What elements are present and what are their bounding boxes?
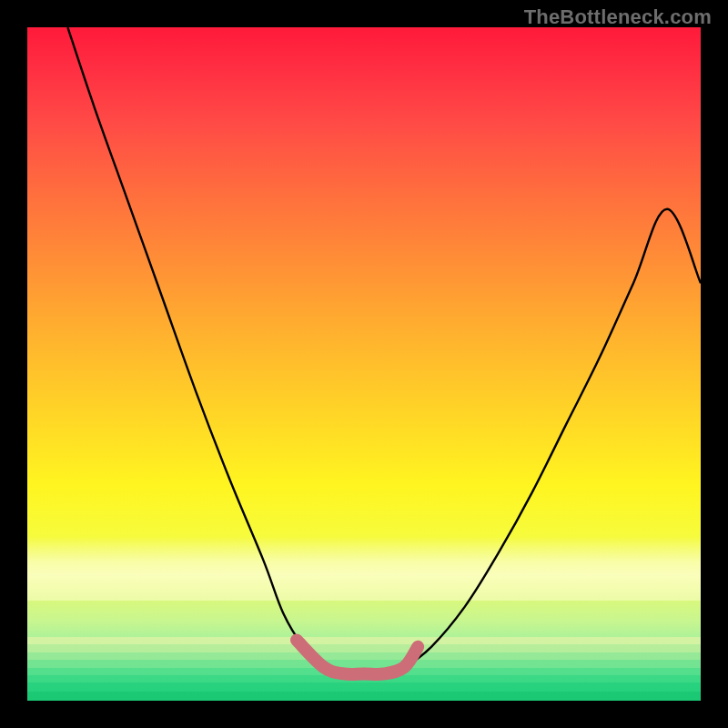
watermark-text: TheBottleneck.com: [524, 5, 712, 29]
chart-frame: TheBottleneck.com: [0, 0, 728, 728]
plot-area: [27, 27, 701, 701]
tolerance-band-path: [297, 640, 418, 674]
bottleneck-curve-path: [67, 27, 701, 674]
curve-svg: [27, 27, 701, 701]
